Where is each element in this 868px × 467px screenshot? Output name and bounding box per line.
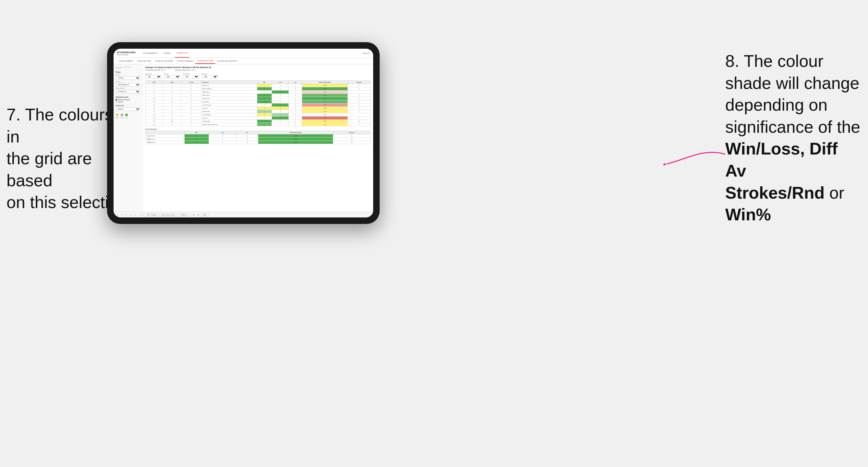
cell-conf: 3 <box>181 91 201 94</box>
nav-teams[interactable]: TEAMS <box>162 49 172 58</box>
cell-reg: 8 <box>162 110 181 113</box>
cell-div: 6 <box>146 91 163 94</box>
cell-div: 5 <box>146 87 163 91</box>
table-row: 16 3 1 Jessica Mason 1 2 0 -0.94 <box>146 113 371 117</box>
grid-panel: Katelyn Vo Head-to-Head Grid for Women's… <box>143 64 373 212</box>
cell-tie: 0 <box>289 113 302 117</box>
cell-conf: 2 <box>181 87 201 91</box>
cell-out-tie: 0 <box>237 134 258 137</box>
annotation-left-line2: the grid are based <box>6 149 92 190</box>
cell-div: 14 <box>146 107 163 110</box>
clock-button[interactable]: ◷ <box>139 214 142 216</box>
cell-tie: 0 <box>289 107 302 110</box>
cell-out-rounds: 10 <box>333 141 371 144</box>
sub-nav-player-h2h-grid[interactable]: PLAYER H2H GRID <box>195 58 215 64</box>
cell-rounds: 11 <box>348 120 371 123</box>
cell-opponent: Stella Cheng <box>201 110 257 113</box>
cell-out-opponent: Foreign Team <box>146 134 185 137</box>
out-col-win: Win <box>185 131 209 134</box>
sign-out[interactable]: Sign out <box>363 52 370 54</box>
cell-conf: 4 <box>181 107 201 110</box>
col-rounds: Rounds <box>348 81 371 84</box>
cell-opponent: Eunice Yi <box>201 107 257 110</box>
nav-committee[interactable]: COMMITTEE <box>175 49 189 58</box>
cell-reg: 2 <box>162 117 181 120</box>
cell-opponent: Sharon Mun <box>201 94 257 97</box>
cell-div: 18 <box>146 117 163 120</box>
format-button[interactable]: ✎~ <box>133 214 137 216</box>
table-row: 13 1 1 Jessica Huang 0 1 0 -3.00 2 <box>146 103 371 107</box>
cell-conf: 4 <box>181 94 201 97</box>
col-win: Win <box>257 81 272 84</box>
share-button[interactable]: Share <box>201 213 209 216</box>
cell-tie: 0 <box>289 110 302 113</box>
gender-select[interactable]: Women's <box>116 76 141 80</box>
cell-reg: 8 <box>162 100 181 103</box>
out-of-div-header-row: Win Loss Tie Diff Av Strokes/Rnd Rounds <box>146 131 371 134</box>
gender-label: Gender <box>116 74 141 75</box>
annotation-left-line1: 7. The colours in <box>6 105 113 146</box>
cell-out-loss: 0 <box>209 141 237 144</box>
opponent-view-label: Opponent view <box>116 96 141 98</box>
table-row: 18 2 2 Euna Lee 0 3 0 -5.00 2 <box>146 117 371 120</box>
tablet-screen: SCOREBOARD Powered by clippd TOURNAMENTS… <box>114 49 373 217</box>
table-header-row: # Div # Reg # Conf Opponent Win Loss Tie… <box>146 81 371 84</box>
cell-diff: 3.67 <box>302 94 348 97</box>
division-select[interactable]: NCAA Division III <box>116 83 141 87</box>
annotation-right-line1: 8. The colour <box>725 52 824 70</box>
save-custom-view-button[interactable]: Save Custom View <box>160 213 177 216</box>
view-original-button[interactable]: View: Original <box>145 213 158 216</box>
undo-button[interactable]: ↩ <box>116 214 119 216</box>
layout-button[interactable]: ⊞ <box>192 214 195 216</box>
cell-diff: 1.33 <box>302 123 348 126</box>
cell-rounds: 3 <box>348 94 371 97</box>
player-rank-select[interactable]: 8. Katelyn Vo <box>116 90 141 93</box>
colour-by-label: Colour by <box>116 104 141 106</box>
col-diff: Diff Av Strokes/Rnd <box>302 81 348 84</box>
conference-select[interactable]: (All) <box>183 75 199 79</box>
grid-button[interactable]: ⊟ <box>197 214 200 216</box>
annotation-right-line4: significance of the <box>725 118 860 136</box>
table-row: 6 3 3 Sydney Kuo 0 1 0 -1.00 <box>146 91 371 94</box>
annotation-right-or: or <box>829 183 844 202</box>
annotation-right-bold1: Win/Loss, <box>725 139 805 158</box>
cell-div: 16 <box>146 113 163 117</box>
nav-tournaments[interactable]: TOURNAMENTS <box>142 49 159 58</box>
cell-opponent: Jessica Mason <box>201 113 257 117</box>
sub-nav-player-summary[interactable]: PLAYER SUMMARY <box>175 58 195 64</box>
sub-nav-team-h2h-heatmap[interactable]: TEAM H2H HEATMAP <box>153 58 175 64</box>
top100-radio[interactable]: Top 100 <box>116 101 141 103</box>
cell-loss: 1 <box>272 91 289 94</box>
cell-tie: 0 <box>289 120 302 123</box>
opponent-select[interactable]: (All) <box>202 75 218 79</box>
sub-nav-team-h2h-grid[interactable]: TEAM H2H GRID <box>135 58 153 64</box>
watch-button[interactable]: 👁 Watch ▾ <box>178 213 189 216</box>
opponents-played-radio[interactable]: Opponents Played <box>116 99 141 101</box>
cell-out-win: 5 <box>185 141 209 144</box>
copy-button[interactable]: ⎘ <box>129 214 132 216</box>
sub-nav-team-summary[interactable]: TEAM SUMMARY <box>117 58 135 64</box>
toolbar-divider-2 <box>190 213 191 216</box>
annotation-right-line3: depending on <box>725 95 828 114</box>
col-div: # Div <box>146 81 163 84</box>
cell-rounds: 4 <box>348 97 371 100</box>
region-filter: Region (All) <box>164 73 180 79</box>
opponents-select[interactable]: (All) <box>145 75 162 79</box>
cell-conf: 1 <box>181 103 201 107</box>
colour-by-select[interactable]: Win/loss <box>116 107 141 111</box>
col-tie: Tie <box>289 81 302 84</box>
redo-button[interactable]: ↩ <box>125 214 128 216</box>
cell-diff: 4.00 <box>302 97 348 100</box>
cell-rounds: 4 <box>348 84 371 87</box>
cell-out-diff: 4.500 <box>258 134 333 137</box>
undo2-button[interactable]: ↪ <box>120 214 123 216</box>
cell-rounds: 6 <box>348 123 371 126</box>
sub-nav-player-h2h-heatmap[interactable]: PLAYER H2H HEATMAP <box>215 58 239 64</box>
region-select[interactable]: (All) <box>164 75 180 79</box>
cell-tie: 0 <box>289 87 302 91</box>
colour-by-section: Colour by Win/loss <box>116 104 141 111</box>
out-of-division-table: Win Loss Tie Diff Av Strokes/Rnd Rounds … <box>145 131 371 144</box>
cell-diff: 1.50 <box>302 84 348 87</box>
legend-dot-level <box>121 114 123 116</box>
cell-win: 0 <box>257 103 272 107</box>
